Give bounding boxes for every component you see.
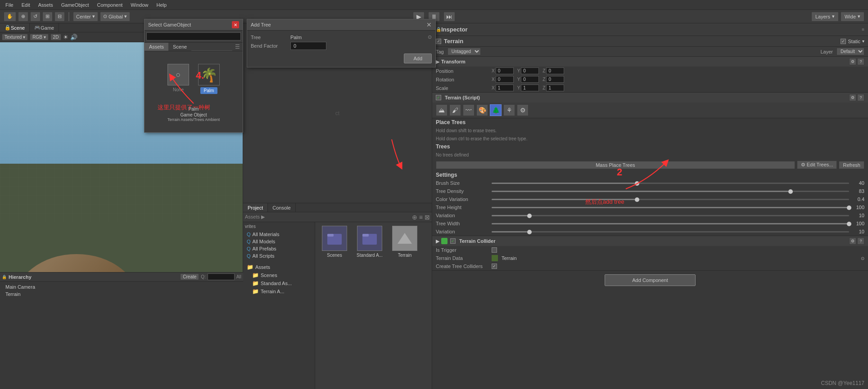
- terrain-checkbox[interactable]: ✓: [436, 39, 441, 44]
- tree-width-var-thumb[interactable]: [527, 230, 532, 234]
- terrain-assets-folder[interactable]: 📁 Terrain A...: [245, 287, 313, 295]
- layers-dropdown[interactable]: Layers ▾: [811, 12, 839, 22]
- rgb-btn[interactable]: RGB ▾: [30, 34, 48, 40]
- move-tool[interactable]: ⊕: [18, 12, 28, 22]
- static-checkbox[interactable]: ✓: [841, 39, 846, 44]
- raise-terrain-tool[interactable]: ⛰: [436, 104, 448, 116]
- collider-help-icon[interactable]: ?: [857, 237, 864, 245]
- transform-header[interactable]: ▶ Transform ⚙ ?: [432, 57, 868, 67]
- terrain-collider-header[interactable]: ▶ ✓ Terrain Collider ⚙ ?: [432, 236, 868, 246]
- paint-texture-tool[interactable]: 🎨: [476, 104, 488, 116]
- tree-height-var-thumb[interactable]: [527, 214, 532, 218]
- scenes-folder[interactable]: 📁 Scenes: [245, 271, 313, 279]
- tree-density-thumb[interactable]: [788, 189, 793, 194]
- none-item[interactable]: ○ None: [167, 64, 189, 94]
- select-scene-tab[interactable]: Scene: [168, 43, 191, 51]
- hand-tool[interactable]: ✋: [4, 12, 16, 22]
- hierarchy-create-btn[interactable]: Create: [180, 273, 199, 280]
- wide-dropdown[interactable]: Wide ▾: [841, 12, 864, 22]
- select-collapse-icon[interactable]: ☰: [232, 43, 243, 51]
- all-prefabs-item[interactable]: Q All Prefabs: [245, 245, 313, 252]
- menu-help[interactable]: Help: [153, 1, 170, 9]
- menu-component[interactable]: Component: [93, 1, 126, 9]
- 2d-btn[interactable]: 2D: [50, 34, 62, 40]
- place-detail-tool[interactable]: ⚘: [503, 104, 515, 116]
- tree-height-track[interactable]: [492, 207, 849, 208]
- paint-terrain-tool[interactable]: 🖌: [449, 104, 461, 116]
- menu-assets[interactable]: Assets: [35, 1, 57, 9]
- hierarchy-search[interactable]: [208, 273, 235, 280]
- edit-trees-btn[interactable]: ⚙ Edit Trees...: [797, 161, 837, 169]
- rot-x[interactable]: [496, 76, 514, 83]
- all-materials-item[interactable]: Q All Materials: [245, 231, 313, 238]
- add-component-btn[interactable]: Add Component: [605, 274, 696, 286]
- hierarchy-terrain[interactable]: Terrain: [2, 291, 241, 298]
- brush-size-track[interactable]: [492, 183, 849, 184]
- step-button[interactable]: ⏭: [443, 12, 455, 22]
- tag-select[interactable]: Untagged: [448, 48, 481, 55]
- tree-width-var-track[interactable]: [492, 231, 849, 233]
- menu-gameobject[interactable]: GameObject: [58, 1, 93, 9]
- tab-project[interactable]: Project: [243, 203, 268, 212]
- pos-x[interactable]: [496, 67, 514, 74]
- refresh-btn[interactable]: Refresh: [839, 161, 864, 169]
- global-btn[interactable]: ⊙ Global ▾: [100, 12, 130, 22]
- brush-size-thumb[interactable]: [635, 181, 639, 186]
- tree-width-thumb[interactable]: [847, 222, 851, 226]
- menu-file[interactable]: File: [2, 1, 17, 9]
- tab-console[interactable]: Console: [268, 203, 295, 212]
- menu-edit[interactable]: Edit: [18, 1, 34, 9]
- scale-x[interactable]: [496, 85, 514, 91]
- tree-width-track[interactable]: [492, 223, 849, 224]
- rot-y[interactable]: [521, 76, 539, 83]
- select-search-input[interactable]: [146, 32, 241, 40]
- inspector-menu-icon[interactable]: ≡: [862, 27, 864, 32]
- ts-icon2[interactable]: ?: [857, 94, 864, 101]
- static-dropdown-arrow[interactable]: ▾: [862, 39, 864, 44]
- scale-y[interactable]: [521, 85, 539, 91]
- scale-z[interactable]: [546, 85, 564, 91]
- tree-circle-icon[interactable]: ⊙: [428, 34, 432, 40]
- collider-checkbox[interactable]: ✓: [450, 238, 456, 244]
- select-assets-tab[interactable]: Assets: [145, 43, 168, 51]
- pos-y[interactable]: [521, 67, 539, 74]
- select-dialog-close[interactable]: ✕: [232, 21, 239, 28]
- add-tree-close[interactable]: ✕: [426, 21, 432, 28]
- tree-density-track[interactable]: [492, 191, 849, 192]
- scenes-asset[interactable]: Scenes: [319, 226, 350, 258]
- terrain-asset[interactable]: Terrain: [389, 226, 420, 258]
- collider-settings-icon[interactable]: ⚙: [849, 237, 856, 245]
- terrain-data-circle[interactable]: ⊙: [861, 256, 864, 261]
- tab-game[interactable]: 🎮 Game: [30, 23, 59, 32]
- place-trees-tool[interactable]: 🌲: [490, 104, 502, 116]
- terrain-settings-tool[interactable]: ⚙: [517, 104, 529, 116]
- menu-window[interactable]: Window: [127, 1, 152, 9]
- center-btn[interactable]: Center ▾: [73, 12, 98, 22]
- smooth-terrain-tool[interactable]: 〰: [463, 104, 475, 116]
- palm-item[interactable]: 🌴 Palm: [198, 64, 220, 94]
- color-variation-track[interactable]: [492, 199, 849, 200]
- standard-assets-folder[interactable]: 📁 Standard As...: [245, 279, 313, 287]
- textured-btn[interactable]: Textured ▾: [2, 34, 28, 40]
- is-trigger-checkbox[interactable]: [492, 247, 497, 253]
- assets-folder[interactable]: 📁 Assets: [245, 263, 313, 271]
- all-models-item[interactable]: Q All Models: [245, 238, 313, 245]
- bend-factor-input[interactable]: [290, 42, 326, 50]
- ts-icon1[interactable]: ⚙: [849, 94, 856, 101]
- rotate-tool[interactable]: ↺: [30, 12, 41, 22]
- layer-select[interactable]: Default: [836, 48, 864, 55]
- mass-place-btn[interactable]: Mass Place Trees: [436, 161, 795, 169]
- terrain-script-header[interactable]: ✓ Terrain (Script) ⚙ ?: [432, 93, 868, 103]
- color-variation-thumb[interactable]: [635, 197, 639, 202]
- add-tree-btn[interactable]: Add: [404, 54, 432, 63]
- hierarchy-camera[interactable]: Main Camera: [2, 283, 241, 291]
- scale-tool[interactable]: ⊞: [42, 12, 53, 22]
- tab-scene[interactable]: 🔒 Scene: [0, 23, 30, 32]
- rect-tool[interactable]: ⊟: [54, 12, 65, 22]
- standard-assets-asset[interactable]: Standard A...: [354, 226, 385, 258]
- transform-settings-icon[interactable]: ⚙: [849, 58, 856, 65]
- pos-z[interactable]: [546, 67, 564, 74]
- create-tree-colliders-checkbox[interactable]: ✓: [492, 264, 497, 269]
- terrain-script-checkbox[interactable]: ✓: [436, 95, 441, 100]
- tree-height-var-track[interactable]: [492, 215, 849, 216]
